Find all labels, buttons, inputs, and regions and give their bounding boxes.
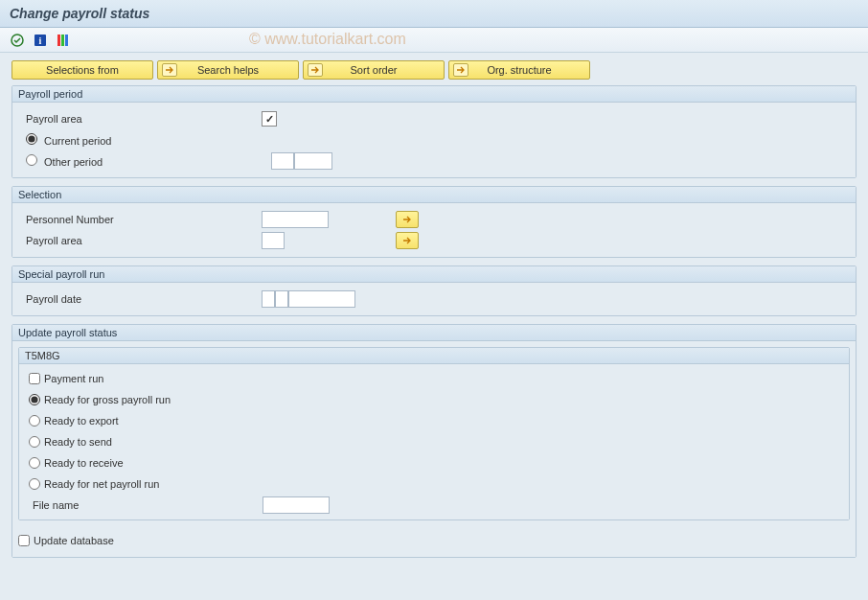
content-area: Selections from Search helps Sort order … <box>0 53 868 558</box>
payroll-area-sel-label: Payroll area <box>22 235 262 246</box>
ready-net-label: Ready for net payroll run <box>44 478 159 490</box>
payroll-area-checkbox[interactable]: ✓ <box>262 111 277 127</box>
payment-run-row[interactable]: Payment run <box>29 373 103 384</box>
group-header: Payroll period <box>12 86 856 103</box>
payroll-area-label: Payroll area <box>22 113 262 125</box>
ready-receive-label: Ready to receive <box>44 457 124 469</box>
file-name-label: File name <box>29 499 263 511</box>
button-label: Selections from <box>46 64 119 76</box>
other-period-radio-row[interactable]: Other period <box>22 154 262 168</box>
ready-net-row[interactable]: Ready for net payroll run <box>29 478 159 490</box>
payroll-date-label: Payroll date <box>22 293 262 305</box>
inner-box-header: T5M8G <box>19 348 849 364</box>
personnel-number-input[interactable] <box>262 211 329 228</box>
ready-gross-row[interactable]: Ready for gross payroll run <box>29 394 171 405</box>
ready-receive-row[interactable]: Ready to receive <box>29 457 124 469</box>
payroll-period-group: Payroll period Payroll area ✓ Current pe… <box>11 85 857 178</box>
file-name-input[interactable] <box>263 496 330 514</box>
button-label: Org. structure <box>487 64 551 76</box>
execute-icon[interactable] <box>10 33 25 48</box>
window-titlebar: Change payroll status <box>0 0 868 28</box>
window-title: Change payroll status <box>10 6 149 21</box>
ready-net-radio[interactable] <box>29 478 40 490</box>
ready-send-row[interactable]: Ready to send <box>29 436 112 448</box>
personnel-number-label: Personnel Number <box>22 214 262 225</box>
arrow-right-icon <box>453 63 468 77</box>
button-label: Search helps <box>197 64 259 76</box>
payroll-date-input-1[interactable] <box>262 290 275 308</box>
ready-export-label: Ready to export <box>44 415 119 427</box>
payment-run-checkbox[interactable] <box>29 373 40 384</box>
group-header: Special payroll run <box>12 266 856 283</box>
ready-gross-label: Ready for gross payroll run <box>44 394 171 405</box>
update-database-label: Update database <box>34 535 114 546</box>
personnel-number-multiple-button[interactable] <box>396 211 419 228</box>
payment-run-label: Payment run <box>44 373 103 384</box>
svg-rect-4 <box>61 35 64 46</box>
color-bars-icon[interactable] <box>56 33 71 48</box>
org-structure-button[interactable]: Org. structure <box>448 60 590 80</box>
current-period-radio-row[interactable]: Current period <box>22 133 262 147</box>
payroll-date-input-3[interactable] <box>288 290 355 308</box>
arrow-right-icon <box>162 63 177 77</box>
t5m8g-box: T5M8G Payment run Ready for gross payrol… <box>18 347 850 520</box>
group-header: Update payroll status <box>12 325 856 341</box>
group-header: Selection <box>12 187 856 203</box>
other-period-radio[interactable] <box>26 154 37 166</box>
special-payroll-group: Special payroll run Payroll date <box>11 265 857 316</box>
update-database-checkbox[interactable] <box>18 535 30 546</box>
ready-receive-radio[interactable] <box>29 457 40 469</box>
info-icon[interactable]: i <box>33 33 48 48</box>
other-period-input-1[interactable] <box>271 152 294 170</box>
sort-order-button[interactable]: Sort order <box>303 60 445 80</box>
payroll-date-input-2[interactable] <box>275 290 288 308</box>
check-mark-icon: ✓ <box>265 113 274 126</box>
arrow-right-icon <box>308 63 323 77</box>
other-period-input-2[interactable] <box>294 152 332 170</box>
button-label: Sort order <box>351 64 398 76</box>
action-button-row: Selections from Search helps Sort order … <box>11 60 857 80</box>
payroll-area-multiple-button[interactable] <box>396 232 419 249</box>
update-database-row[interactable]: Update database <box>18 535 114 546</box>
payroll-area-sel-input[interactable] <box>262 232 285 249</box>
current-period-radio[interactable] <box>26 133 37 145</box>
ready-send-radio[interactable] <box>29 436 40 448</box>
selection-group: Selection Personnel Number Payroll area <box>11 186 857 258</box>
ready-export-radio[interactable] <box>29 415 40 427</box>
svg-rect-5 <box>65 35 68 46</box>
ready-export-row[interactable]: Ready to export <box>29 415 119 427</box>
search-helps-button[interactable]: Search helps <box>157 60 299 80</box>
other-period-label: Other period <box>44 156 103 168</box>
application-toolbar: i <box>0 28 868 53</box>
ready-send-label: Ready to send <box>44 436 112 448</box>
update-payroll-status-group: Update payroll status T5M8G Payment run … <box>11 324 857 558</box>
svg-text:i: i <box>39 35 42 46</box>
selections-from-button[interactable]: Selections from <box>11 60 153 80</box>
current-period-label: Current period <box>44 135 111 147</box>
svg-rect-3 <box>57 35 60 46</box>
ready-gross-radio[interactable] <box>29 394 40 405</box>
